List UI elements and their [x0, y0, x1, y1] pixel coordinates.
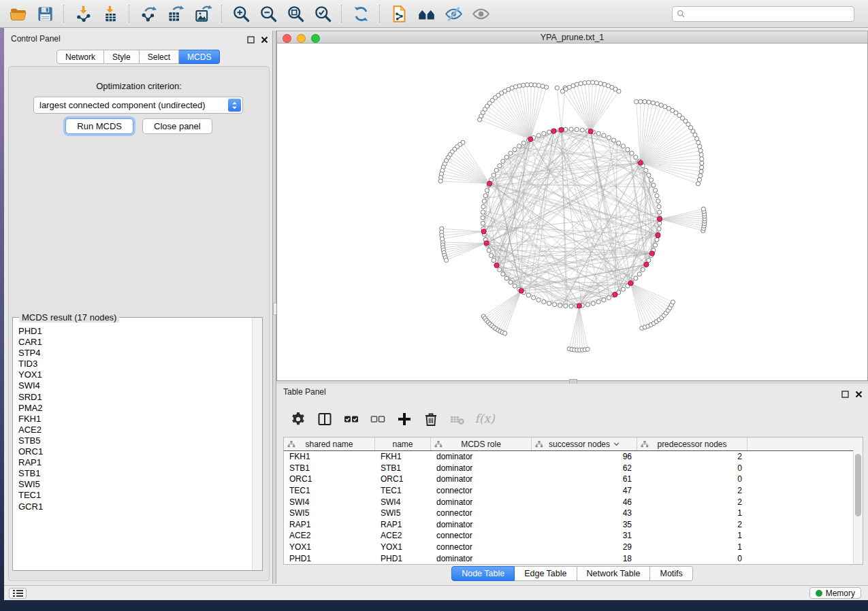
column-label: successor nodes — [549, 440, 610, 449]
task-history-button[interactable] — [9, 588, 27, 599]
table-cell: dominator — [431, 463, 532, 473]
export-table-button[interactable] — [165, 3, 186, 24]
add-column-button[interactable] — [396, 410, 413, 428]
show-eye-button[interactable] — [470, 3, 491, 24]
table-cell: connector — [431, 542, 532, 552]
save-button[interactable] — [35, 3, 55, 24]
column-header-MCDS-role[interactable]: MCDS role — [431, 437, 532, 450]
status-bar: Memory — [4, 585, 868, 600]
search-box[interactable] — [672, 6, 854, 22]
table-row[interactable]: STB1STB1dominator620 — [284, 463, 863, 474]
run-mcds-button[interactable]: Run MCDS — [65, 118, 133, 134]
memory-button[interactable]: Memory — [809, 587, 861, 599]
mcds-result-item: STB5 — [18, 435, 253, 446]
function-builder-icon: f(x) — [475, 412, 495, 425]
mcds-result-list[interactable]: PHD1CAR1STP4TID3YOX1SWI4SRD1PMA2FKH1ACE2… — [13, 320, 253, 570]
mcds-result-item: PMA2 — [18, 403, 253, 414]
hide-eye-slash-icon — [444, 5, 463, 23]
tab-node-table[interactable]: Node Table — [451, 566, 515, 581]
column-header-successor-nodes[interactable]: successor nodes — [532, 437, 637, 450]
tab-select[interactable]: Select — [140, 50, 179, 64]
network-graph[interactable] — [277, 44, 867, 380]
table-cell: 2 — [637, 497, 748, 507]
zoom-fit-icon — [286, 5, 305, 23]
column-header-predecessor-nodes[interactable]: predecessor nodes — [637, 437, 748, 450]
table-cell: YOX1 — [284, 542, 375, 552]
settings-gear-button[interactable] — [289, 410, 307, 428]
network-window-titlebar[interactable]: YPA_prune.txt_1 — [276, 31, 868, 44]
tab-network-table[interactable]: Network Table — [577, 566, 651, 581]
refresh-button[interactable] — [351, 3, 371, 24]
tab-edge-table[interactable]: Edge Table — [515, 566, 577, 581]
zoom-out-button[interactable] — [258, 3, 278, 24]
mcds-result-item: ACE2 — [18, 425, 253, 435]
table-cell: 46 — [532, 497, 637, 507]
table-row[interactable]: SWI5SWI5connector431 — [284, 508, 863, 519]
select-all-icon — [343, 419, 359, 429]
zoom-in-button[interactable] — [231, 3, 251, 24]
export-image-button[interactable] — [193, 3, 213, 24]
table-cell: SWI5 — [284, 508, 375, 518]
table-row[interactable]: SWI4SWI4dominator462 — [284, 496, 863, 508]
tab-network[interactable]: Network — [57, 50, 104, 64]
table-cell: connector — [431, 531, 532, 540]
toolbar-separator — [341, 5, 342, 22]
table-cell: 35 — [532, 520, 637, 529]
table-cell: dominator — [431, 497, 532, 507]
table-cell: PHD1 — [284, 554, 375, 563]
document-share-button[interactable] — [389, 3, 409, 24]
close-panel-button[interactable]: Close panel — [142, 118, 212, 134]
column-label: MCDS role — [461, 440, 501, 449]
table-cell: STB1 — [284, 463, 375, 473]
criterion-dropdown[interactable]: largest connected component (undirected) — [33, 97, 243, 114]
table-row[interactable]: PHD1PHD1dominator180 — [284, 552, 863, 564]
mcds-list-scrollbar[interactable] — [252, 318, 262, 570]
neighbors-button[interactable] — [416, 3, 436, 24]
close-panel-icon[interactable] — [854, 390, 863, 398]
toolbar-separator — [129, 5, 130, 22]
table-cell: 47 — [532, 486, 637, 495]
close-panel-icon[interactable] — [260, 35, 268, 44]
zoom-selected-icon — [313, 5, 332, 23]
scrollbar-thumb[interactable] — [855, 454, 861, 516]
float-panel-icon[interactable] — [246, 35, 255, 44]
mcds-result-item: CAR1 — [18, 337, 253, 348]
table-row[interactable]: ACE2ACE2connector311 — [284, 530, 863, 542]
column-header-shared-name[interactable]: shared name — [284, 437, 375, 450]
import-network-button[interactable] — [73, 3, 93, 24]
tab-motifs[interactable]: Motifs — [650, 566, 692, 581]
select-all-button[interactable] — [342, 410, 360, 428]
delete-column-button[interactable] — [422, 410, 440, 428]
zoom-fit-button[interactable] — [285, 3, 306, 24]
delete-table-button[interactable] — [449, 410, 466, 428]
tab-style[interactable]: Style — [104, 50, 140, 64]
function-builder-button[interactable]: f(x) — [475, 410, 493, 428]
table-row[interactable]: FKH1FKH1dominator962 — [284, 451, 863, 463]
toolbar-icons — [4, 3, 494, 24]
mcds-result-item: GCR1 — [18, 501, 253, 512]
float-panel-icon[interactable] — [841, 390, 849, 398]
table-row[interactable]: YOX1YOX1connector291 — [284, 542, 863, 553]
search-input[interactable] — [688, 8, 850, 19]
table-row[interactable]: RAP1RAP1dominator352 — [284, 519, 863, 531]
table-header-row: shared namenameMCDS rolesuccessor nodesp… — [284, 437, 863, 451]
table-scrollbar[interactable] — [853, 450, 863, 564]
table-cell: YOX1 — [375, 542, 431, 552]
zoom-selected-button[interactable] — [312, 3, 333, 24]
export-network-button[interactable] — [138, 3, 159, 24]
split-panel-button[interactable] — [316, 410, 334, 428]
network-view-window: YPA_prune.txt_1 — [276, 31, 868, 381]
column-header-name[interactable]: name — [375, 437, 431, 450]
table-cell: connector — [431, 486, 532, 495]
hide-eye-slash-button[interactable] — [443, 3, 464, 24]
dropdown-stepper-icon — [228, 99, 241, 112]
table-cell: 18 — [532, 554, 637, 563]
table-row[interactable]: TEC1TEC1connector472 — [284, 485, 863, 497]
table-row[interactable]: ORC1ORC1dominator610 — [284, 474, 863, 485]
tab-mcds[interactable]: MCDS — [179, 50, 220, 64]
deselect-all-button[interactable] — [369, 410, 387, 428]
import-table-button[interactable] — [100, 3, 120, 24]
open-folder-button[interactable] — [7, 3, 28, 24]
network-canvas[interactable] — [276, 44, 868, 381]
memory-label: Memory — [826, 589, 855, 598]
